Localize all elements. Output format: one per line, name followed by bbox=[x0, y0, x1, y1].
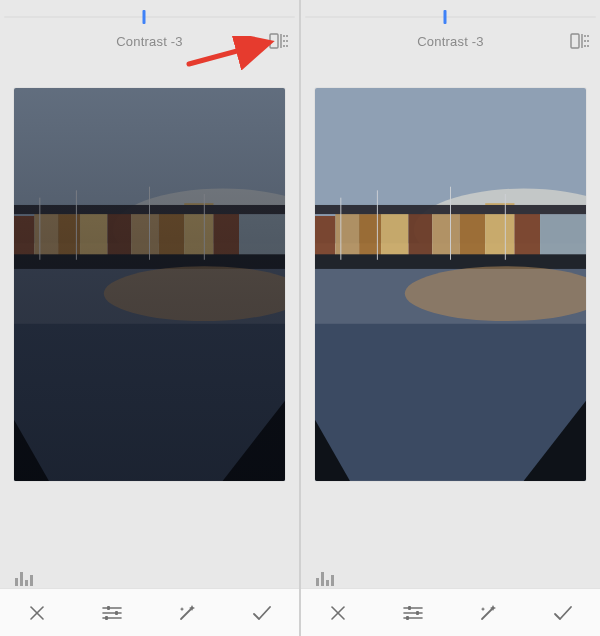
compare-icon bbox=[269, 33, 289, 49]
compare-button[interactable] bbox=[269, 33, 289, 49]
svg-rect-76 bbox=[316, 578, 319, 586]
svg-rect-17 bbox=[159, 209, 185, 260]
svg-rect-43 bbox=[105, 616, 108, 620]
bottom-toolbar bbox=[0, 588, 299, 636]
svg-rect-18 bbox=[184, 203, 213, 260]
svg-rect-56 bbox=[335, 210, 359, 259]
svg-rect-77 bbox=[321, 572, 324, 586]
svg-point-49 bbox=[584, 45, 586, 47]
svg-point-10 bbox=[113, 189, 285, 271]
contrast-slider[interactable] bbox=[301, 0, 600, 24]
svg-point-2 bbox=[283, 35, 285, 37]
svg-rect-87 bbox=[406, 616, 409, 620]
svg-point-29 bbox=[104, 266, 285, 321]
pane-before: Contrast -3 bbox=[0, 0, 299, 636]
auto-wand-icon bbox=[477, 602, 499, 624]
svg-rect-14 bbox=[80, 207, 107, 260]
cancel-button[interactable] bbox=[0, 589, 75, 636]
svg-rect-86 bbox=[416, 611, 419, 615]
compare-icon bbox=[570, 33, 590, 49]
svg-point-7 bbox=[286, 45, 288, 47]
svg-point-4 bbox=[283, 45, 285, 47]
svg-rect-12 bbox=[34, 210, 58, 259]
svg-rect-59 bbox=[408, 212, 432, 260]
svg-point-48 bbox=[584, 40, 586, 42]
auto-button[interactable] bbox=[150, 589, 225, 636]
compare-button[interactable] bbox=[570, 33, 590, 49]
svg-marker-30 bbox=[223, 399, 285, 481]
tune-button[interactable] bbox=[376, 589, 451, 636]
svg-rect-15 bbox=[107, 212, 131, 260]
histogram-icon[interactable] bbox=[14, 570, 38, 586]
svg-rect-64 bbox=[540, 210, 586, 259]
svg-rect-33 bbox=[20, 572, 23, 586]
tune-icon bbox=[402, 604, 424, 622]
tune-icon bbox=[101, 604, 123, 622]
svg-point-6 bbox=[286, 40, 288, 42]
auto-wand-icon bbox=[176, 602, 198, 624]
svg-rect-16 bbox=[131, 205, 158, 260]
svg-rect-34 bbox=[25, 580, 28, 586]
svg-rect-61 bbox=[460, 209, 486, 260]
svg-rect-85 bbox=[408, 606, 411, 610]
pane-after: Contrast -3 bbox=[299, 0, 600, 636]
svg-rect-32 bbox=[15, 578, 18, 586]
svg-point-52 bbox=[587, 45, 589, 47]
svg-point-47 bbox=[584, 35, 586, 37]
svg-point-50 bbox=[587, 35, 589, 37]
svg-rect-21 bbox=[14, 205, 285, 214]
svg-rect-20 bbox=[239, 210, 285, 259]
svg-rect-19 bbox=[213, 207, 239, 260]
image-preview[interactable] bbox=[315, 88, 586, 481]
adjust-param-label: Contrast -3 bbox=[417, 34, 484, 49]
check-icon bbox=[552, 604, 574, 622]
slider-thumb[interactable] bbox=[142, 10, 145, 24]
svg-rect-11 bbox=[14, 216, 34, 260]
svg-rect-41 bbox=[107, 606, 110, 610]
accept-button[interactable] bbox=[525, 589, 600, 636]
contrast-slider[interactable] bbox=[0, 0, 299, 24]
svg-rect-45 bbox=[571, 34, 579, 48]
bottom-toolbar bbox=[301, 588, 600, 636]
svg-line-88 bbox=[482, 609, 492, 619]
svg-rect-63 bbox=[514, 207, 540, 260]
adjust-param-label: Contrast -3 bbox=[116, 34, 183, 49]
svg-rect-28 bbox=[14, 269, 285, 324]
close-icon bbox=[328, 603, 348, 623]
cancel-button[interactable] bbox=[301, 589, 376, 636]
svg-rect-58 bbox=[381, 207, 408, 260]
svg-marker-31 bbox=[14, 417, 49, 481]
svg-rect-9 bbox=[14, 88, 285, 243]
svg-line-44 bbox=[181, 609, 191, 619]
image-preview[interactable] bbox=[14, 88, 285, 481]
svg-point-5 bbox=[286, 35, 288, 37]
svg-rect-35 bbox=[30, 575, 33, 586]
svg-rect-79 bbox=[331, 575, 334, 586]
close-icon bbox=[27, 603, 47, 623]
svg-point-3 bbox=[283, 40, 285, 42]
svg-point-51 bbox=[587, 40, 589, 42]
auto-button[interactable] bbox=[451, 589, 526, 636]
histogram-icon[interactable] bbox=[315, 570, 339, 586]
svg-rect-78 bbox=[326, 580, 329, 586]
svg-rect-13 bbox=[58, 214, 80, 260]
svg-rect-27 bbox=[14, 269, 285, 481]
svg-rect-42 bbox=[115, 611, 118, 615]
svg-rect-55 bbox=[315, 216, 335, 260]
slider-thumb[interactable] bbox=[443, 10, 446, 24]
accept-button[interactable] bbox=[224, 589, 299, 636]
svg-rect-22 bbox=[14, 254, 285, 272]
check-icon bbox=[251, 604, 273, 622]
svg-rect-0 bbox=[270, 34, 278, 48]
tune-button[interactable] bbox=[75, 589, 150, 636]
